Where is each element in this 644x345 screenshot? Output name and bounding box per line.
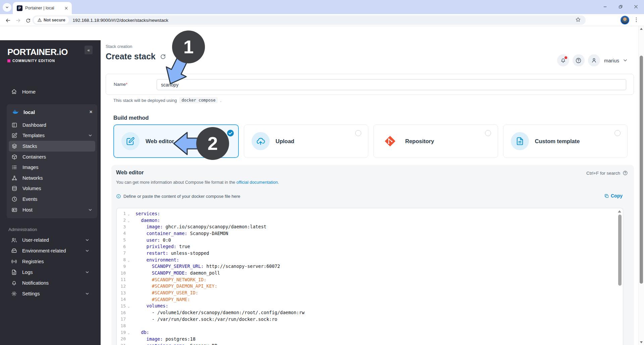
editor-scrollbar[interactable] [618,215,622,286]
code-line[interactable]: 15⌄ volumes: [117,303,623,309]
browser-menu-icon[interactable] [633,17,639,24]
code-line[interactable]: 2⌄ daemon: [117,217,623,224]
sidebar-item-label: Images [22,165,39,170]
sidebar-item-user-related[interactable]: User-related [7,235,94,245]
build-method-custom-template[interactable]: Custom template [503,124,628,158]
code-line[interactable]: 14 #SCANOPY_NAME: [117,296,623,303]
line-number: 18 [117,323,126,328]
sidebar-item-dashboard[interactable]: Dashboard [9,120,95,130]
code-line[interactable]: 9 SCANOPY_SERVER_URL: http://scanopy-ser… [117,263,623,270]
fold-chevron-icon[interactable]: ⌄ [126,330,131,335]
sidebar-item-label: Templates [22,133,45,138]
sidebar-item-networks[interactable]: Networks [9,173,95,183]
copy-button[interactable]: Copy [604,193,623,198]
build-method-upload[interactable]: Upload [244,124,369,158]
sidebar-item-settings[interactable]: Settings [7,288,94,299]
help-icon [623,170,628,176]
scroll-down-icon[interactable] [640,341,643,343]
official-documentation-link[interactable]: official documentation [236,180,278,185]
address-bar[interactable]: Not secure 192.168.1.18:9000/#!/2/docker… [32,15,586,25]
build-method-repository[interactable]: Repository [373,124,498,158]
radio-button[interactable] [355,130,361,136]
back-button[interactable] [3,16,12,25]
not-secure-chip[interactable]: Not secure [34,16,69,24]
radio-button[interactable] [614,130,621,136]
code-line[interactable]: 18 [117,323,623,329]
sidebar-item-templates[interactable]: Templates [9,130,95,141]
environment-close-icon[interactable]: ✕ [89,110,93,114]
sidebar-item-registries[interactable]: Registries [7,256,94,267]
stack-name-panel: Name* [106,74,634,95]
sidebar-item-logs[interactable]: Logs [7,267,94,278]
help-button[interactable] [573,54,585,66]
code-line[interactable]: 3 image: ghcr.io/scanopy/scanopy/daemon:… [117,223,623,230]
window-restore-button[interactable] [615,1,626,12]
forward-button[interactable] [13,16,22,25]
sidebar-item-volumes[interactable]: Volumes [9,183,95,194]
code-text: SCANOPY_MODE: daemon_poll [131,270,220,276]
line-number: 21 [117,343,126,345]
stack-name-input[interactable] [157,79,626,90]
sidebar-item-containers[interactable]: Containers [9,152,95,162]
code-line[interactable]: 8⌄ environment: [117,256,623,263]
sidebar-collapse-button[interactable]: « [85,46,93,54]
code-line[interactable]: 16 - /volume1/docker/scanopy/daemon:/roo… [117,309,623,316]
web-editor-info: You can get more information about Compo… [116,180,279,185]
sidebar-item-host[interactable]: Host [9,205,95,215]
fold-chevron-icon[interactable]: ⌄ [126,211,131,216]
radio-button[interactable] [485,130,491,136]
define-hint: Define or paste the content of your dock… [116,194,240,199]
sidebar-item-home[interactable]: Home [7,85,94,98]
sidebar-item-images[interactable]: Images [9,162,95,173]
build-method-label: Custom template [535,138,580,145]
scroll-up-icon[interactable] [640,28,643,30]
browser-tab[interactable]: P Portainer | local [13,2,72,14]
upload-cloud-icon [252,132,270,150]
code-line[interactable]: 12 #SCANOPY_DAEMON_API_KEY: [117,283,623,290]
sidebar-item-events[interactable]: Events [9,194,95,205]
code-line[interactable]: 5 user: 0:0 [117,237,623,243]
fold-gutter [126,239,131,240]
refresh-icon[interactable] [160,53,166,60]
bell-icon [11,280,17,286]
scrollbar-thumb[interactable] [640,56,643,284]
code-line[interactable]: 10 SCANOPY_MODE: daemon_poll [117,270,623,276]
sidebar-item-notifications[interactable]: Notifications [7,278,94,288]
tab-close-icon[interactable] [63,5,69,11]
code-line[interactable]: 11 #SCANOPY_NETWORK_ID: [117,276,623,283]
chevron-down-icon[interactable] [623,58,628,63]
code-line[interactable]: 13 #SCANOPY_USER_ID: [117,289,623,296]
fold-gutter [126,286,131,287]
reload-button[interactable] [23,16,33,25]
notifications-button[interactable] [557,54,569,66]
fold-gutter [126,246,131,247]
code-line[interactable]: 6 privileged: true [117,243,623,250]
fold-chevron-icon[interactable]: ⌄ [126,257,131,262]
window-close-button[interactable] [631,1,641,12]
chevron-down-icon [85,238,90,242]
sidebar: PORTAINER.iO COMMUNITY EDITION « Home lo… [0,40,101,345]
code-line[interactable]: 21 container_name: Scanopy-DB [117,342,623,345]
environment-header[interactable]: local ✕ [7,104,97,120]
fold-chevron-icon[interactable]: ⌄ [126,218,131,223]
copy-icon [604,193,609,198]
code-line[interactable]: 1⌄services: [117,210,623,217]
code-line[interactable]: 7 restart: unless-stopped [117,250,623,256]
bookmark-star-icon[interactable] [575,17,581,24]
fold-chevron-icon[interactable]: ⌄ [126,303,131,308]
window-minimize-button[interactable] [600,1,610,12]
user-menu-button[interactable] [588,54,600,66]
code-text: privileged: true [131,244,190,249]
page-scrollbar[interactable] [638,26,644,345]
code-line[interactable]: 20 image: postgres:18 [117,336,623,342]
code-line[interactable]: 4 container_name: Scanopy-DAEMON [117,230,623,237]
breadcrumb: Stack creation [106,44,132,49]
editor-scroll-up-icon[interactable] [618,210,621,213]
code-line[interactable]: 17 - /var/run/docker.sock:/var/run/docke… [117,316,623,323]
sidebar-item-environment-related[interactable]: Environment-related [7,245,94,256]
code-line[interactable]: 19⌄ db: [117,329,623,336]
sidebar-item-stacks[interactable]: Stacks [9,141,95,152]
compose-code-editor[interactable]: 1⌄services:2⌄ daemon:3 image: ghcr.io/sc… [116,208,623,345]
browser-profile-avatar[interactable] [621,16,629,24]
tab-list-button[interactable] [3,3,11,12]
